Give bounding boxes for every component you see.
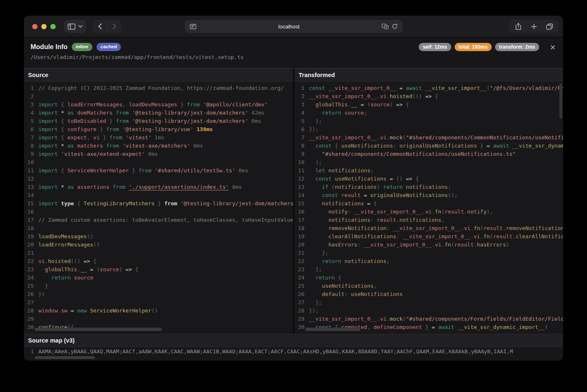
- code-line: 23 globalThis.__ = (source) => {: [24, 265, 293, 274]
- code-line: 13 if (notifications) return notificatio…: [295, 183, 563, 191]
- code-line: 8 const { useNotifications: originalUseN…: [295, 142, 563, 150]
- inline-badge: inline: [72, 43, 92, 51]
- transformed-vertical-scrollbar[interactable]: [559, 83, 562, 119]
- source-code-area[interactable]: 1// Copyright (C) 2012-2025 Zammad Found…: [24, 82, 293, 334]
- transformed-code-area[interactable]: 1const __vite_ssr_import_0__ = await __v…: [295, 82, 563, 334]
- code-line: 9import 'vitest-axe/extend-expect' 0ms: [24, 150, 293, 158]
- code-line: 1const __vite_ssr_import_0__ = await __v…: [295, 84, 563, 92]
- share-button[interactable]: [511, 20, 525, 33]
- module-file-path: /Users/vladimir/Projects/zammad/app/fron…: [31, 54, 556, 60]
- close-icon[interactable]: ✕: [548, 43, 557, 52]
- code-line: 5 };: [295, 117, 563, 125]
- translate-icon[interactable]: [382, 23, 389, 29]
- page-format-icon[interactable]: [190, 24, 196, 29]
- new-tab-button[interactable]: [527, 20, 541, 33]
- code-line: 3import { loadErrorMessages, loadDevMess…: [24, 101, 293, 109]
- transformed-horizontal-scrollbar[interactable]: [305, 328, 361, 331]
- code-line: 5import { toBeDisabled } from '@testing-…: [24, 117, 293, 125]
- code-line: 21: [24, 249, 293, 257]
- code-line: 23 };: [295, 265, 563, 274]
- sourcemap-line-number: 1: [24, 347, 34, 356]
- sourcemap-horizontal-scrollbar[interactable]: [35, 356, 95, 359]
- reload-icon[interactable]: [392, 23, 398, 29]
- code-line: 20loadErrorMessages(): [24, 241, 293, 249]
- minimize-window-button[interactable]: [41, 24, 47, 29]
- code-line: 9 "#shared/components/CommonNotification…: [295, 150, 563, 158]
- code-line: 16: [24, 208, 293, 216]
- sidebar-icon: [68, 23, 75, 30]
- code-line: 25 }: [24, 282, 293, 290]
- sourcemap-mappings: AAMA;AAeA,yBAAG,QAAQ,MAAM;AACf,aAAW,KAAK…: [38, 348, 513, 354]
- code-line: 7import { expect, vi } from 'vitest' 1ms: [24, 134, 293, 142]
- code-line: 16 notify: __vite_ssr_import_0__.vi.fn(r…: [295, 208, 563, 216]
- transformed-panel-title: Transformed: [299, 72, 335, 78]
- code-line: 2__vite_ssr_import_0__.vi.hoisted(() => …: [295, 92, 563, 101]
- tab-overview-button[interactable]: [542, 20, 556, 33]
- page-title: Module Info: [31, 43, 68, 51]
- code-line: 29__vite_ssr_import_0__.vi.mock("#shared…: [295, 315, 563, 323]
- code-line: 13import * as assertions from './support…: [24, 183, 293, 191]
- code-line: 6});: [295, 125, 563, 134]
- code-line: 18 removeNotification: __vite_ssr_import…: [295, 224, 563, 232]
- code-line: 22 return notifications;: [295, 257, 563, 265]
- code-line: 17// Zammad custom assertions: toBeAvata…: [24, 216, 293, 224]
- code-line: 8import * as matchers from 'vitest-axe/m…: [24, 142, 293, 150]
- transformed-panel-header: Transformed: [295, 68, 563, 82]
- sourcemap-line[interactable]: 1AAMA;AAeA,yBAAG,QAAQ,MAAM;AACf,aAAW,KAA…: [24, 347, 563, 358]
- code-line: 10 );: [295, 158, 563, 167]
- source-panel-title: Source: [28, 72, 48, 78]
- code-line: 17 notifications: result.notifications,: [295, 216, 563, 224]
- browser-toolbar: localhost: [24, 16, 563, 38]
- code-line: 10: [24, 158, 293, 167]
- toolbar-right-buttons: [509, 20, 559, 33]
- code-line: 1// Copyright (C) 2012-2025 Zammad Found…: [24, 84, 293, 92]
- code-line: 28});: [295, 307, 563, 315]
- sourcemap-header: Source map (v3): [24, 334, 563, 347]
- nav-buttons: [93, 20, 121, 33]
- code-line: 19loadDevMessages(): [24, 232, 293, 241]
- code-line: 24 return {: [295, 274, 563, 282]
- sidebar-toggle-button[interactable]: [64, 20, 86, 33]
- code-line: 18: [24, 224, 293, 232]
- code-line: 29: [24, 315, 293, 323]
- address-bar[interactable]: localhost: [185, 20, 403, 33]
- source-panel-header: Source: [24, 68, 293, 82]
- code-line: 27 };: [295, 298, 563, 307]
- code-line: 27: [24, 298, 293, 307]
- code-line: 4import * as domMatchers from '@testing-…: [24, 109, 293, 117]
- forward-button[interactable]: [107, 20, 121, 33]
- code-line: 11 let notifications;: [295, 167, 563, 175]
- code-line: 15 notifications = {: [295, 200, 563, 208]
- code-line: 15import type { TestingLibraryMatchers }…: [24, 200, 293, 208]
- code-line: 25 useNotifications,: [295, 282, 563, 290]
- sourcemap-title: Source map (v3): [28, 337, 75, 344]
- code-line: 21 };: [295, 249, 563, 257]
- code-line: 12: [24, 175, 293, 183]
- code-line: 3 globalThis.__ = (source) => {: [295, 101, 563, 109]
- code-line: 14 const result = originalUseNotificatio…: [295, 191, 563, 200]
- code-line: 26 default: useNotifications: [295, 290, 563, 298]
- module-info-header: Module Info inline cached self: 12ms tot…: [24, 37, 563, 68]
- traffic-lights: [32, 24, 56, 29]
- url-text: localhost: [196, 23, 382, 30]
- close-window-button[interactable]: [32, 24, 38, 29]
- code-line: 14: [24, 191, 293, 200]
- code-line: 24 return source: [24, 274, 293, 282]
- code-line: 7__vite_ssr_import_0__.vi.mock("#shared/…: [295, 134, 563, 142]
- code-line: 6import { configure } from '@testing-lib…: [24, 125, 293, 134]
- code-line: 19 clearAllNotifications: __vite_ssr_imp…: [295, 232, 563, 241]
- code-line: 2: [24, 92, 293, 101]
- back-button[interactable]: [93, 20, 107, 33]
- total-time-badge: total: 193ms: [455, 43, 492, 51]
- code-line: 22vi.hoisted(() => {: [24, 257, 293, 265]
- self-time-badge: self: 12ms: [419, 43, 451, 51]
- code-line: 4 return source;: [295, 109, 563, 117]
- code-line: 20 hasErrors: __vite_ssr_import_0__.vi.f…: [295, 241, 563, 249]
- chevron-down-icon: [78, 25, 83, 28]
- source-horizontal-scrollbar[interactable]: [35, 328, 162, 331]
- timing-badges: self: 12ms total: 193ms transform: 2ms: [419, 43, 539, 51]
- zoom-window-button[interactable]: [50, 24, 56, 29]
- code-line: 11import { ServiceWorkerHelper } from '#…: [24, 167, 293, 175]
- code-line: 12 const useNotifications = () => {: [295, 175, 563, 183]
- code-line: 26}): [24, 290, 293, 298]
